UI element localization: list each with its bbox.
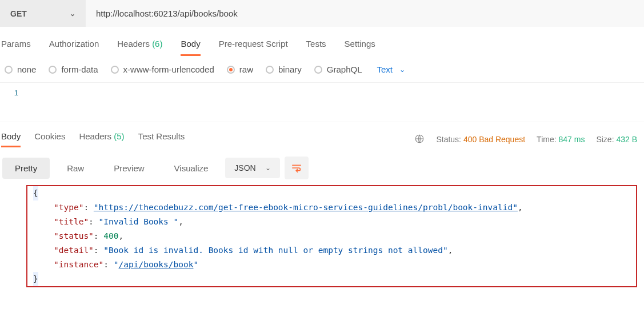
json-key-detail: "detail" bbox=[54, 246, 94, 255]
json-brace-close: } bbox=[33, 272, 38, 286]
response-header: Body Cookies Headers (5) Test Results St… bbox=[0, 127, 644, 147]
tab-prerequest[interactable]: Pre-request Script bbox=[219, 39, 288, 56]
radio-urlencoded-label: x-www-form-urlencoded bbox=[123, 65, 214, 74]
tab-body[interactable]: Body bbox=[181, 39, 200, 56]
resp-tab-headers[interactable]: Headers (5) bbox=[79, 131, 124, 147]
radio-formdata-label: form-data bbox=[61, 65, 98, 74]
json-val-instance-close: " bbox=[193, 260, 198, 269]
radio-binary-label: binary bbox=[278, 65, 302, 74]
tab-authorization[interactable]: Authorization bbox=[49, 39, 99, 56]
response-body[interactable]: { "type": "https://thecodebuzz.com/get-f… bbox=[26, 185, 637, 287]
tab-tests[interactable]: Tests bbox=[306, 39, 326, 56]
json-key-type: "type" bbox=[54, 203, 83, 212]
url-value: http://localhost:60213/api/books/book bbox=[96, 9, 238, 18]
wrap-lines-button[interactable] bbox=[285, 157, 309, 179]
radio-dot-icon bbox=[49, 66, 57, 74]
view-pretty[interactable]: Pretty bbox=[2, 158, 50, 179]
response-format-select[interactable]: JSON ⌄ bbox=[225, 158, 279, 178]
response-view-row: Pretty Raw Preview Visualize JSON ⌄ bbox=[0, 147, 644, 184]
view-visualize[interactable]: Visualize bbox=[162, 158, 221, 179]
time-label: Time: bbox=[537, 135, 556, 144]
radio-raw-label: raw bbox=[239, 65, 253, 74]
request-tabs: Params Authorization Headers (6) Body Pr… bbox=[0, 27, 644, 57]
tab-headers[interactable]: Headers (6) bbox=[117, 39, 162, 56]
tab-headers-count: (6) bbox=[152, 39, 162, 49]
json-val-instance-link: /api/books/book bbox=[119, 260, 194, 269]
chevron-down-icon: ⌄ bbox=[70, 10, 75, 18]
response-tabs: Body Cookies Headers (5) Test Results bbox=[0, 131, 185, 147]
json-val-title: "Invalid Books " bbox=[99, 217, 179, 226]
json-val-status: 400 bbox=[103, 231, 118, 240]
http-method-select[interactable]: GET ⌄ bbox=[0, 0, 86, 27]
tab-params[interactable]: Params bbox=[1, 39, 31, 56]
json-val-type: "https://thecodebuzz.com/get-free-ebook-… bbox=[94, 203, 518, 212]
resp-tab-body[interactable]: Body bbox=[1, 131, 21, 147]
response-body-wrap: 1 2 3 4 5 6 7 { "type": "https://thecode… bbox=[0, 185, 644, 287]
chevron-down-icon: ⌄ bbox=[399, 66, 405, 74]
status-block: Status: 400 Bad Request bbox=[436, 135, 525, 144]
size-label: Size: bbox=[596, 135, 614, 144]
request-url-bar: GET ⌄ http://localhost:60213/api/books/b… bbox=[0, 0, 644, 27]
raw-format-select[interactable]: Text ⌄ bbox=[377, 65, 406, 74]
body-type-row: none form-data x-www-form-urlencoded raw… bbox=[0, 57, 644, 82]
request-body-editor[interactable]: 1 bbox=[0, 82, 644, 122]
tab-settings[interactable]: Settings bbox=[345, 39, 375, 56]
http-method-value: GET bbox=[10, 9, 27, 18]
radio-dot-icon bbox=[111, 66, 119, 74]
status-value: 400 Bad Request bbox=[463, 135, 525, 144]
size-value: 432 B bbox=[616, 135, 637, 144]
view-preview[interactable]: Preview bbox=[101, 158, 157, 179]
radio-urlencoded[interactable]: x-www-form-urlencoded bbox=[111, 65, 214, 74]
json-key-instance: "instance" bbox=[54, 260, 103, 269]
tab-headers-label: Headers bbox=[117, 39, 150, 49]
view-raw[interactable]: Raw bbox=[54, 158, 97, 179]
chevron-down-icon: ⌄ bbox=[265, 164, 271, 172]
size-block: Size: 432 B bbox=[596, 135, 637, 144]
json-key-title: "title" bbox=[54, 217, 89, 226]
response-meta: Status: 400 Bad Request Time: 847 ms Siz… bbox=[414, 134, 637, 146]
radio-raw[interactable]: raw bbox=[227, 65, 253, 74]
status-label: Status: bbox=[436, 135, 461, 144]
url-input[interactable]: http://localhost:60213/api/books/book bbox=[86, 0, 644, 27]
json-brace-open: { bbox=[33, 186, 38, 200]
raw-format-value: Text bbox=[377, 65, 393, 74]
radio-dot-icon bbox=[5, 66, 13, 74]
radio-formdata[interactable]: form-data bbox=[49, 65, 98, 74]
json-val-instance-open: " bbox=[114, 260, 119, 269]
time-value: 847 ms bbox=[558, 135, 585, 144]
radio-graphql[interactable]: GraphQL bbox=[314, 65, 362, 74]
radio-none-label: none bbox=[17, 65, 36, 74]
resp-tab-cookies[interactable]: Cookies bbox=[34, 131, 65, 147]
globe-icon[interactable] bbox=[414, 134, 425, 146]
response-format-value: JSON bbox=[234, 163, 255, 172]
radio-graphql-label: GraphQL bbox=[327, 65, 362, 74]
radio-dot-icon bbox=[314, 66, 322, 74]
radio-none[interactable]: none bbox=[5, 65, 36, 74]
radio-dot-icon bbox=[266, 66, 274, 74]
resp-tab-headers-label: Headers bbox=[79, 131, 111, 141]
resp-tab-headers-count: (5) bbox=[114, 131, 124, 141]
editor-line-number: 1 bbox=[0, 89, 26, 97]
radio-binary[interactable]: binary bbox=[266, 65, 302, 74]
json-val-detail: "Book id is invalid. Books id with null … bbox=[103, 246, 447, 255]
json-key-status: "status" bbox=[54, 231, 94, 240]
time-block: Time: 847 ms bbox=[537, 135, 585, 144]
resp-tab-testresults[interactable]: Test Results bbox=[138, 131, 185, 147]
radio-dot-selected-icon bbox=[227, 66, 235, 74]
